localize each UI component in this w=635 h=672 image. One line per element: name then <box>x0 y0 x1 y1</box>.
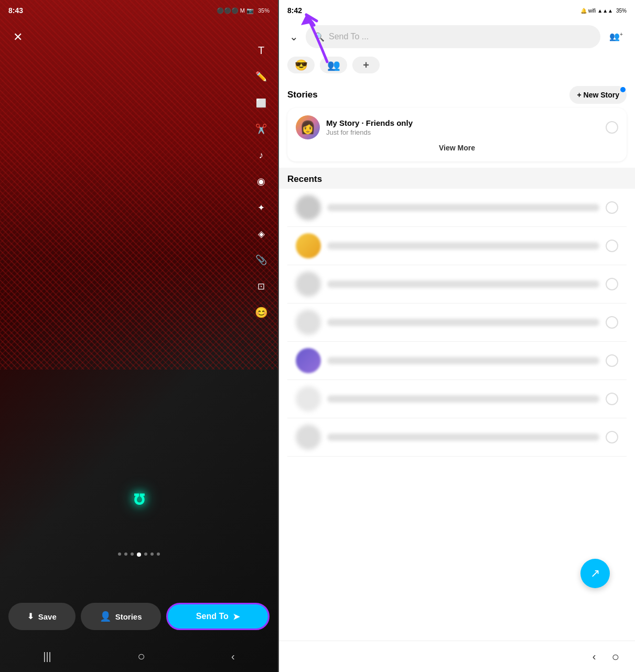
nav-bar-left: ||| ○ ‹ <box>0 649 278 664</box>
nav-home[interactable]: ○ <box>137 649 145 664</box>
recent-radio-2[interactable] <box>606 240 618 252</box>
dot-4 <box>137 552 141 557</box>
share-fab-button[interactable]: ↗ <box>580 559 610 588</box>
new-story-button[interactable]: + New Story <box>569 86 627 104</box>
recent-item-1[interactable] <box>287 189 627 227</box>
story-subtitle: Just for friends <box>326 128 599 136</box>
recent-item-2[interactable] <box>287 227 627 265</box>
new-story-label: + New Story <box>577 91 619 99</box>
signal-icon: ▲▲▲ <box>597 8 613 14</box>
stories-avatar-icon: 👤 <box>100 611 111 622</box>
status-time-right: 8:42 <box>287 6 302 15</box>
recent-item-3[interactable] <box>287 265 627 304</box>
plus-icon: + <box>363 59 369 71</box>
toolbar-left: ✕ <box>0 24 278 51</box>
recent-item-4[interactable] <box>287 304 627 342</box>
scissors-tool[interactable]: ✂️ <box>253 121 270 137</box>
recent-avatar-1 <box>296 195 321 220</box>
quick-contact-sunglasses[interactable]: 😎 <box>287 57 315 73</box>
dot-3 <box>131 552 134 556</box>
save-icon: ⬇ <box>27 612 34 621</box>
music-tool[interactable]: ♪ <box>253 147 270 164</box>
recent-name-3 <box>327 280 599 288</box>
recent-avatar-2 <box>296 233 321 258</box>
story-select-radio[interactable] <box>606 121 618 134</box>
recent-name-2 <box>327 242 599 250</box>
status-bar-left: 8:43 ⚫⚫⚫ M 📷 35% <box>0 0 278 21</box>
battery-left: 35% <box>258 7 270 14</box>
left-panel: 8:43 ⚫⚫⚫ M 📷 35% ✕ T ✏️ ⬜ ✂️ ♪ ◉ ✦ ◈ 📎 ⊡… <box>0 0 278 672</box>
mouse-logo: ʊ <box>133 487 145 510</box>
close-button[interactable]: ✕ <box>8 28 27 47</box>
recent-avatar-6 <box>296 386 321 411</box>
nav-back[interactable]: ||| <box>43 651 51 663</box>
quick-add-button[interactable]: + <box>352 57 380 73</box>
add-friends-icon: 👥+ <box>609 31 623 41</box>
sparkle-tool[interactable]: ✦ <box>253 199 270 216</box>
right-panel: 8:42 🔔 wifi ▲▲▲ 35% ⌄ 🔍 Send To ... 👥+ 😎… <box>279 0 635 672</box>
story-row: 👩 My Story · Friends only Just for frien… <box>296 115 618 139</box>
recent-radio-7[interactable] <box>606 431 618 443</box>
recents-list: ↗ <box>287 189 627 641</box>
story-card: 👩 My Story · Friends only Just for frien… <box>287 108 627 161</box>
search-placeholder: Send To ... <box>329 32 369 41</box>
send-button[interactable]: Send To ➤ <box>166 603 270 630</box>
dot-6 <box>150 552 154 556</box>
recent-name-5 <box>327 357 599 364</box>
recent-radio-6[interactable] <box>606 393 618 405</box>
recent-item-6[interactable] <box>287 380 627 418</box>
filter-tool[interactable]: ◉ <box>253 173 270 190</box>
stories-title: Stories <box>287 90 318 100</box>
recent-radio-4[interactable] <box>606 316 618 329</box>
recent-item-7[interactable] <box>287 418 627 457</box>
eraser-tool[interactable]: ◈ <box>253 225 270 242</box>
story-info: My Story · Friends only Just for friends <box>326 118 599 136</box>
bell-icon: 🔔 <box>580 8 587 14</box>
text-tool[interactable]: T <box>253 42 270 59</box>
nav-home-right[interactable]: ○ <box>612 649 620 664</box>
notification-icons: ⚫⚫⚫ M 📷 <box>217 7 254 14</box>
chevron-down-icon[interactable]: ⌄ <box>287 28 300 45</box>
add-friends-button[interactable]: 👥+ <box>606 26 627 47</box>
fabric-texture <box>0 0 278 370</box>
recent-avatar-3 <box>296 272 321 297</box>
recent-radio-1[interactable] <box>606 201 618 214</box>
recent-name-1 <box>327 204 599 211</box>
stories-button[interactable]: 👤 Stories <box>81 603 161 630</box>
dot-2 <box>124 552 127 556</box>
status-icons-left: ⚫⚫⚫ M 📷 35% <box>217 7 270 14</box>
pencil-tool[interactable]: ✏️ <box>253 68 270 85</box>
share-icon: ↗ <box>590 567 600 580</box>
recent-radio-5[interactable] <box>606 354 618 367</box>
recent-avatar-7 <box>296 425 321 450</box>
stories-label: Stories <box>115 612 142 621</box>
search-icon: 🔍 <box>314 32 325 42</box>
recent-name-6 <box>327 395 599 403</box>
right-tools: T ✏️ ⬜ ✂️ ♪ ◉ ✦ ◈ 📎 ⊡ 😊 <box>253 42 270 321</box>
status-bar-right: 8:42 🔔 wifi ▲▲▲ 35% <box>279 0 635 21</box>
save-button[interactable]: ⬇ Save <box>8 603 76 630</box>
nav-bar-right: ‹ ○ <box>279 641 635 672</box>
view-more-button[interactable]: View More <box>296 139 618 154</box>
dot-5 <box>144 552 147 556</box>
status-icons-right: 🔔 wifi ▲▲▲ 35% <box>580 8 627 14</box>
search-input-wrap[interactable]: 🔍 Send To ... <box>306 25 600 48</box>
bottom-bar-left: ⬇ Save 👤 Stories Send To ➤ <box>0 603 278 630</box>
send-arrow-icon: ➤ <box>233 612 240 622</box>
nav-back-right[interactable]: ‹ <box>593 651 596 663</box>
quick-contact-group[interactable]: 👥 <box>320 57 347 73</box>
quick-contacts-row: 😎 👥 + <box>279 52 635 80</box>
link-tool[interactable]: 📎 <box>253 252 270 268</box>
nav-recents[interactable]: ‹ <box>231 651 235 663</box>
recent-radio-3[interactable] <box>606 278 618 290</box>
recents-section-header: Recents <box>279 168 635 189</box>
sticker-tool[interactable]: ⬜ <box>253 94 270 111</box>
bitmoji-tool[interactable]: 😊 <box>253 304 270 321</box>
save-label: Save <box>38 612 57 621</box>
new-story-dot <box>620 87 626 92</box>
dots-indicator <box>118 552 160 557</box>
dot-7 <box>157 552 160 556</box>
recent-item-5[interactable] <box>287 342 627 380</box>
wifi-icon: wifi <box>588 8 596 14</box>
crop-tool[interactable]: ⊡ <box>253 278 270 295</box>
